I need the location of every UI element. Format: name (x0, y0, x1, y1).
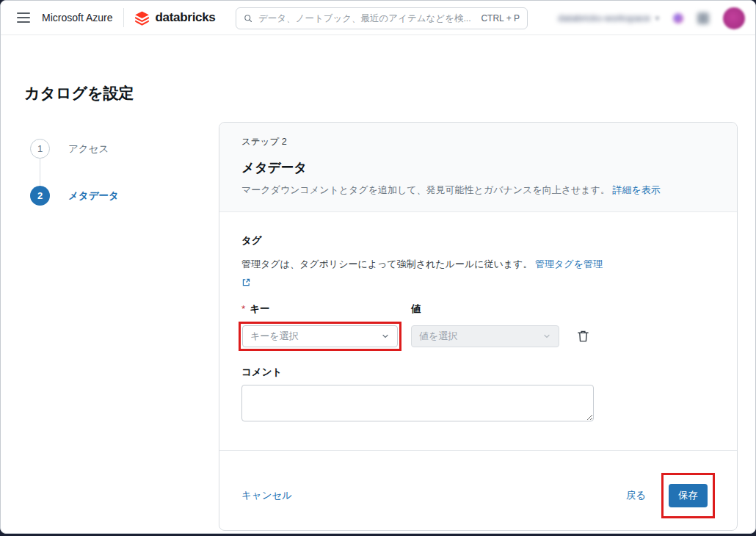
delete-tag-row-button[interactable] (577, 330, 589, 343)
page-title: カタログを設定 (24, 83, 134, 104)
comment-label: コメント (241, 366, 715, 379)
step-indicator-text: ステップ 2 (241, 136, 715, 148)
stepper-connector (40, 159, 40, 186)
global-search-input[interactable]: データ、ノートブック、最近のアイテムなどを検... CTRL + P (236, 7, 528, 29)
key-select-highlight-box: キーを選択 (239, 322, 401, 351)
value-field-label: 値 (411, 303, 421, 316)
tag-field-labels: *キー 値 (241, 303, 715, 316)
panel-description: マークダウンコメントとタグを追加して、発見可能性とガバナンスを向上させます。 詳… (241, 183, 715, 198)
search-placeholder: データ、ノートブック、最近のアイテムなどを検... (258, 12, 475, 25)
workspace-caret-icon: ▾ (655, 14, 659, 22)
user-avatar[interactable] (723, 7, 745, 29)
apps-icon-blurred[interactable] (697, 12, 709, 24)
panel-heading: メタデータ (241, 159, 715, 176)
app-window: Microsoft Azure databricks データ、ノートブック、最近… (0, 0, 756, 534)
stepper-step-access[interactable]: 1 アクセス (30, 139, 192, 159)
tag-key-select[interactable]: キーを選択 (242, 325, 398, 347)
microsoft-azure-label: Microsoft Azure (42, 12, 112, 23)
key-label-text: キー (250, 303, 269, 314)
external-link-line (241, 277, 715, 290)
external-link-icon[interactable] (241, 278, 251, 287)
top-bar: Microsoft Azure databricks データ、ノートブック、最近… (1, 1, 755, 35)
footer-right-group: 戻る 保存 (626, 473, 715, 518)
step-1-label: アクセス (68, 142, 109, 156)
chevron-down-icon (381, 332, 390, 341)
tags-help-sentence: 管理タグは、タグポリシーによって強制されたルールに従います。 (241, 258, 532, 269)
panel-footer: キャンセル 戻る 保存 (219, 450, 737, 530)
hamburger-menu-icon[interactable] (17, 12, 30, 23)
databricks-logo-icon (134, 10, 150, 26)
tag-selects-row: キーを選択 値を選択 (239, 322, 715, 351)
step-content-panel: ステップ 2 メタデータ マークダウンコメントとタグを追加して、発見可能性とガバ… (219, 122, 738, 531)
cancel-button[interactable]: キャンセル (241, 489, 292, 502)
save-button[interactable]: 保存 (669, 484, 708, 507)
topbar-right-cluster: databricks-workspace ▾ (558, 1, 745, 35)
search-icon (244, 14, 252, 23)
tags-help-text: 管理タグは、タグポリシーによって強制されたルールに従います。 管理タグを管理 (241, 257, 608, 272)
databricks-logo[interactable]: databricks (134, 10, 215, 26)
trash-icon (577, 330, 589, 343)
tags-section-label: タグ (241, 234, 715, 247)
tag-key-placeholder: キーを選択 (250, 330, 381, 343)
workspace-name-blurred[interactable]: databricks-workspace (558, 12, 650, 23)
step-2-circle: 2 (30, 186, 50, 206)
notifications-icon-blurred[interactable] (673, 13, 683, 23)
manage-tags-link[interactable]: 管理タグを管理 (535, 258, 603, 269)
step-1-circle: 1 (30, 139, 50, 159)
save-button-highlight-box: 保存 (661, 473, 715, 518)
panel-header: ステップ 2 メタデータ マークダウンコメントとタグを追加して、発見可能性とガバ… (219, 123, 737, 212)
tag-value-placeholder: 値を選択 (419, 330, 542, 343)
chevron-down-icon (542, 332, 551, 341)
wizard-stepper: 1 アクセス 2 メタデータ (30, 139, 192, 206)
details-link[interactable]: 詳細を表示 (613, 184, 661, 195)
back-button[interactable]: 戻る (626, 489, 646, 502)
step-2-label: メタデータ (68, 189, 119, 203)
panel-description-text: マークダウンコメントとタグを追加して、発見可能性とガバナンスを向上させます。 (241, 184, 610, 195)
required-asterisk: * (241, 303, 245, 314)
topbar-divider (123, 8, 124, 27)
stepper-step-metadata[interactable]: 2 メタデータ (30, 186, 192, 206)
key-field-label: *キー (241, 303, 411, 316)
databricks-wordmark: databricks (155, 10, 215, 25)
search-shortcut-hint: CTRL + P (481, 13, 520, 23)
comment-textarea[interactable] (241, 385, 594, 421)
panel-body: タグ 管理タグは、タグポリシーによって強制されたルールに従います。 管理タグを管… (219, 212, 737, 424)
tag-value-select[interactable]: 値を選択 (411, 325, 559, 347)
